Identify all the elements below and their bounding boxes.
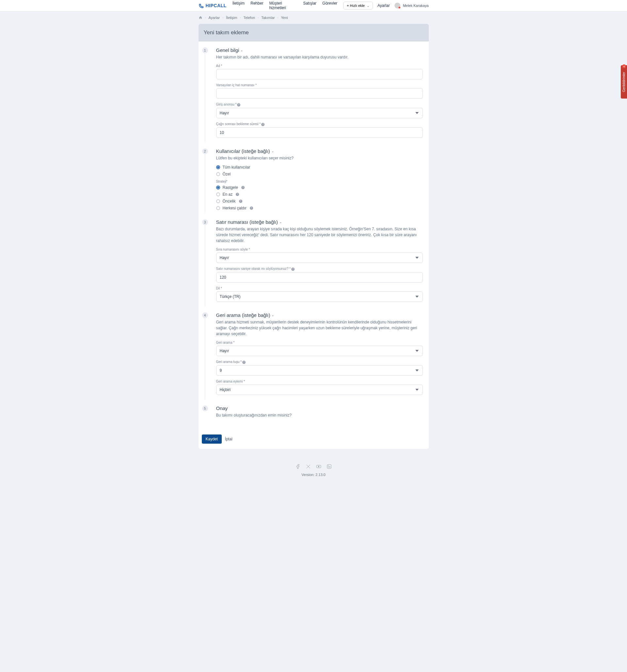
- crumb-takimlar[interactable]: Takımlar: [261, 16, 275, 20]
- avatar: [395, 3, 400, 8]
- chevron-right-icon: ›: [205, 16, 206, 19]
- greeting-select[interactable]: Hayır: [216, 108, 423, 118]
- callback-key-label: Geri arama tuşu *?: [216, 360, 423, 364]
- step-callback: 4 Geri arama (isteğe bağlı) ⌄ Geri arama…: [199, 312, 423, 405]
- help-icon[interactable]: ?: [291, 268, 295, 271]
- help-icon[interactable]: ?: [242, 361, 246, 364]
- brand-text: HIPCALL: [206, 3, 227, 8]
- seconds-label: Satır numarasını saniye olarak mı söylüy…: [216, 267, 423, 271]
- chevron-down-icon: ⌄: [367, 4, 369, 7]
- step-description: Bazı durumlarda, arayan kişiye sırada ka…: [216, 226, 423, 244]
- say-queue-select[interactable]: Hayır: [216, 253, 423, 263]
- main-nav: İletişim Rehber Müşteri hizmetleri Satış…: [232, 1, 337, 10]
- card-header: Yeni takım ekleme: [199, 24, 429, 42]
- form-card: Yeni takım ekleme 1 Genel bilgi ⌄ Her ta…: [199, 24, 429, 449]
- chevron-down-icon: ⌄: [271, 313, 274, 317]
- radio-ringall[interactable]: Herkesi çaldır?: [216, 206, 423, 210]
- footer: Version: 2.13.0: [0, 455, 627, 486]
- step-number: 2: [202, 148, 208, 154]
- step-description: Her takımın bir adı, dahili numarası ve …: [216, 54, 423, 60]
- nav-gorevler[interactable]: Görevler: [322, 1, 337, 10]
- help-icon[interactable]: ?: [250, 207, 253, 210]
- help-icon[interactable]: ?: [239, 200, 242, 203]
- user-name: Melek Karakaya: [403, 4, 429, 7]
- home-icon[interactable]: [199, 16, 202, 20]
- settings-link[interactable]: Ayarlar: [377, 3, 390, 8]
- version-text: Version: 2.13.0: [0, 473, 627, 477]
- radio-icon: [216, 186, 220, 190]
- callback-key-select[interactable]: 9: [216, 365, 423, 376]
- callback-action-select[interactable]: Hiçbiri: [216, 385, 423, 395]
- cancel-button[interactable]: İptal: [225, 434, 232, 443]
- quick-add-label: + Hızlı ekle: [347, 4, 365, 7]
- feedback-badge: 4: [622, 64, 626, 68]
- step-title: Onay: [216, 405, 423, 411]
- step-title[interactable]: Kullanıcılar (isteğe bağlı) ⌄: [216, 148, 423, 154]
- crumb-telefon[interactable]: Telefon: [243, 16, 255, 20]
- nav-iletisim[interactable]: İletişim: [232, 1, 245, 10]
- step-number: 1: [202, 47, 208, 53]
- step-description: Geri arama hizmeti sunmak, müşterilerin …: [216, 319, 423, 337]
- youtube-icon[interactable]: [316, 463, 322, 470]
- extension-input[interactable]: [216, 88, 423, 99]
- radio-random[interactable]: Rastgele?: [216, 185, 423, 190]
- x-icon[interactable]: [305, 463, 311, 470]
- callback-action-label: Geri arama eylemi *: [216, 380, 423, 383]
- step-description: Lütfen bu ekipteki kullanıcıları seçer m…: [216, 155, 423, 161]
- step-number: 4: [202, 312, 208, 318]
- quick-add-button[interactable]: + Hızlı ekle ⌄: [343, 2, 373, 9]
- callback-label: Geri arama *: [216, 341, 423, 344]
- page-title: Yeni takım ekleme: [204, 29, 424, 36]
- name-label: Ad *: [216, 64, 423, 68]
- chevron-right-icon: ›: [277, 16, 278, 19]
- callback-select[interactable]: Hayır: [216, 346, 423, 356]
- language-select[interactable]: Türkçe (TR): [216, 291, 423, 302]
- help-icon[interactable]: ?: [241, 186, 245, 189]
- step-confirm: 5 Onay Bu takımı oluşturacağınızdan emin…: [199, 405, 423, 429]
- radio-all-users[interactable]: Tüm kullanıcılar: [216, 165, 423, 170]
- step-number: 3: [202, 219, 208, 225]
- app-header: HIPCALL İletişim Rehber Müşteri hizmetle…: [0, 0, 627, 11]
- chevron-right-icon: ›: [258, 16, 259, 19]
- seconds-input[interactable]: [216, 272, 423, 283]
- help-icon[interactable]: ?: [236, 193, 239, 196]
- radio-custom-users[interactable]: Özel: [216, 172, 423, 176]
- phone-icon: [199, 3, 204, 8]
- chevron-right-icon: ›: [240, 16, 241, 19]
- logo[interactable]: HIPCALL: [199, 3, 227, 8]
- radio-priority[interactable]: Öncelik?: [216, 199, 423, 203]
- crumb-iletisim[interactable]: İletişim: [226, 16, 237, 20]
- radio-icon: [216, 199, 220, 203]
- strategy-label: Strateji*: [216, 180, 423, 183]
- chevron-down-icon: ⌄: [271, 149, 274, 153]
- breadcrumb: › Ayarlar › İletişim › Telefon › Takımla…: [199, 11, 429, 24]
- nav-rehber[interactable]: Rehber: [250, 1, 263, 10]
- crumb-ayarlar[interactable]: Ayarlar: [209, 16, 220, 20]
- radio-icon: [216, 165, 220, 169]
- linkedin-icon[interactable]: [326, 463, 332, 470]
- step-title[interactable]: Geri arama (isteğe bağlı) ⌄: [216, 312, 423, 318]
- help-icon[interactable]: ?: [237, 103, 240, 106]
- radio-least[interactable]: En az?: [216, 192, 423, 197]
- chevron-down-icon: ⌄: [279, 220, 282, 224]
- step-description: Bu takımı oluşturacağınızdan emin misini…: [216, 412, 423, 418]
- step-title[interactable]: Satır numarası (isteğe bağlı) ⌄: [216, 219, 423, 225]
- extension-label: Varsayılan iç hat numarası *: [216, 83, 423, 87]
- step-number: 5: [202, 405, 208, 411]
- nav-satislar[interactable]: Satışlar: [303, 1, 317, 10]
- step-line-number: 3 Satır numarası (isteğe bağlı) ⌄ Bazı d…: [199, 219, 423, 312]
- greeting-label: Giriş anonsu *?: [216, 102, 423, 106]
- step-title[interactable]: Genel bilgi ⌄: [216, 47, 423, 53]
- crumb-yeni: Yeni: [281, 16, 288, 20]
- name-input[interactable]: [216, 69, 423, 79]
- save-button[interactable]: Kaydet: [202, 434, 222, 443]
- nav-musteri[interactable]: Müşteri hizmetleri: [269, 1, 297, 10]
- facebook-icon[interactable]: [295, 463, 301, 470]
- wait-input[interactable]: [216, 127, 423, 138]
- step-general: 1 Genel bilgi ⌄ Her takımın bir adı, dah…: [199, 47, 423, 148]
- feedback-tab[interactable]: Geribildirimler: [621, 65, 627, 99]
- help-icon[interactable]: ?: [261, 123, 265, 126]
- user-menu[interactable]: Melek Karakaya: [395, 3, 429, 8]
- language-label: Dil *: [216, 287, 423, 290]
- radio-icon: [216, 206, 220, 210]
